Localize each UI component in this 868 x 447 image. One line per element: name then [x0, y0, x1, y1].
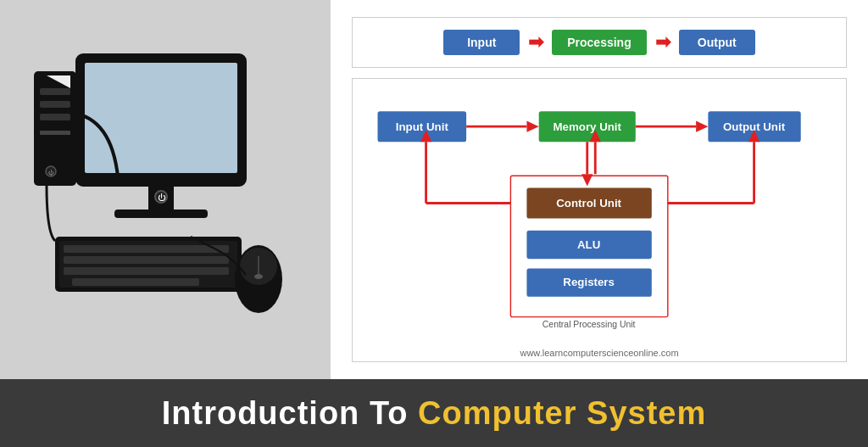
svg-rect-7	[40, 88, 70, 95]
svg-text:Control Unit: Control Unit	[556, 197, 621, 210]
svg-rect-10	[40, 131, 70, 135]
bottom-bar: Introduction To Computer System	[0, 379, 868, 447]
svg-text:⏻: ⏻	[48, 170, 54, 176]
svg-text:ALU: ALU	[577, 238, 600, 251]
processing-box: Processing	[552, 30, 646, 55]
input-box: Input	[443, 30, 520, 55]
svg-rect-8	[40, 101, 70, 108]
right-panel: Input ➡ Processing ➡ Output Input Unit	[331, 0, 868, 379]
svg-rect-16	[64, 245, 229, 253]
svg-text:Central Processing  Unit: Central Processing Unit	[542, 320, 636, 329]
svg-text:⏻: ⏻	[158, 193, 166, 202]
main-container: ⏻ ⏻	[0, 0, 868, 447]
svg-marker-27	[526, 121, 538, 132]
svg-marker-31	[696, 121, 708, 132]
svg-rect-18	[64, 267, 229, 275]
arrow-2: ➡	[655, 31, 670, 53]
svg-marker-43	[581, 174, 593, 186]
website-label: www.learncomputerscienceonline.com	[353, 348, 846, 358]
top-diagram: Input ➡ Processing ➡ Output	[352, 17, 847, 68]
svg-rect-3	[114, 210, 208, 218]
bottom-diagram: Input Unit Memory Unit Output Unit	[352, 78, 847, 362]
top-section: ⏻ ⏻	[0, 0, 868, 379]
svg-rect-9	[40, 114, 70, 120]
svg-text:Input Unit: Input Unit	[396, 120, 449, 133]
title-prefix: Introduction To	[162, 395, 418, 431]
svg-rect-19	[72, 278, 199, 286]
page-title: Introduction To Computer System	[162, 395, 707, 432]
svg-rect-17	[64, 256, 229, 264]
arrow-1: ➡	[528, 31, 543, 53]
computer-icon: ⏻ ⏻	[30, 46, 301, 334]
output-box: Output	[679, 30, 755, 55]
svg-text:Memory Unit: Memory Unit	[553, 120, 621, 133]
left-panel: ⏻ ⏻	[0, 0, 331, 379]
svg-rect-1	[85, 63, 237, 173]
svg-text:Registers: Registers	[563, 276, 615, 288]
detailed-diagram-svg: Input Unit Memory Unit Output Unit	[370, 91, 829, 349]
svg-point-23	[254, 274, 263, 279]
title-highlight: Computer System	[418, 395, 706, 431]
